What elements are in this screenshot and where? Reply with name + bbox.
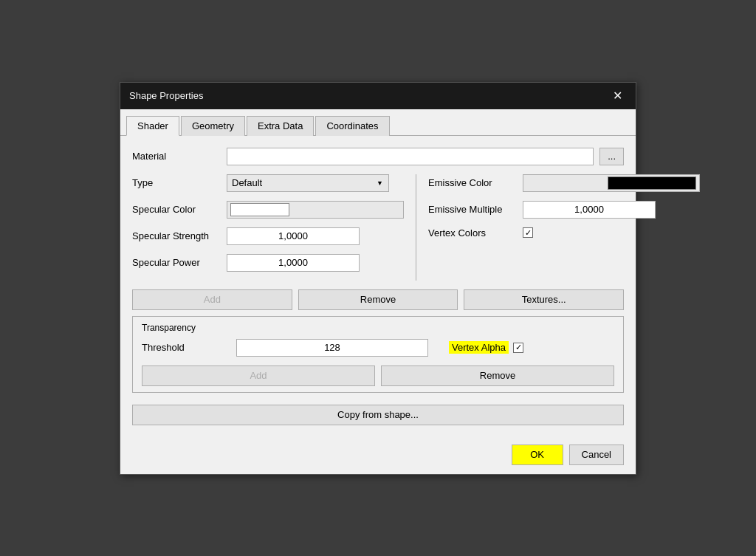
vertex-alpha-label: Vertex Alpha <box>449 341 509 354</box>
material-input[interactable] <box>227 148 594 165</box>
type-select[interactable]: Default Diffuse Specular <box>227 174 389 192</box>
title-bar: Shape Properties ✕ <box>120 83 636 109</box>
tab-shader[interactable]: Shader <box>126 116 179 136</box>
material-label: Material <box>132 151 221 162</box>
main-columns: Type Default Diffuse Specular Specular C… <box>132 174 624 281</box>
shader-action-row: Add Remove Textures... <box>132 289 624 310</box>
left-column: Type Default Diffuse Specular Specular C… <box>132 174 416 281</box>
transparency-title: Transparency <box>142 323 614 333</box>
add2-button[interactable]: Add <box>142 365 375 386</box>
specular-power-input[interactable] <box>227 254 360 272</box>
emissive-multiple-label: Emissive Multiple <box>428 204 517 215</box>
specular-power-label: Specular Power <box>132 257 221 268</box>
textures-button[interactable]: Textures... <box>464 289 624 310</box>
add-button[interactable]: Add <box>132 289 292 310</box>
specular-strength-row: Specular Strength <box>132 227 404 245</box>
browse-button[interactable]: ... <box>599 148 624 165</box>
remove2-button[interactable]: Remove <box>381 365 614 386</box>
vertex-colors-row: Vertex Colors ✓ <box>428 227 700 238</box>
type-select-wrapper: Default Diffuse Specular <box>227 174 389 192</box>
close-button[interactable]: ✕ <box>608 89 627 103</box>
emissive-color-box[interactable] <box>523 174 700 192</box>
tab-bar: Shader Geometry Extra Data Coordinates <box>120 109 636 136</box>
transparency-action-row: Add Remove <box>142 365 614 386</box>
emissive-color-label: Emissive Color <box>428 177 517 188</box>
type-label: Type <box>132 177 221 188</box>
specular-strength-input[interactable] <box>227 227 360 245</box>
threshold-label: Threshold <box>142 342 230 353</box>
tab-extra-data[interactable]: Extra Data <box>247 116 314 136</box>
vertex-alpha-area: Vertex Alpha ✓ <box>449 341 523 354</box>
dialog-title: Shape Properties <box>129 90 203 101</box>
remove-button[interactable]: Remove <box>298 289 458 310</box>
specular-power-row: Specular Power <box>132 254 404 272</box>
emissive-multiple-row: Emissive Multiple <box>428 201 700 219</box>
material-row: Material ... <box>132 148 624 165</box>
vertex-alpha-checkmark: ✓ <box>515 343 522 352</box>
ok-button[interactable]: OK <box>512 445 563 465</box>
tab-geometry[interactable]: Geometry <box>181 116 245 136</box>
vertex-alpha-checkbox[interactable]: ✓ <box>513 343 523 353</box>
emissive-color-row: Emissive Color <box>428 174 700 192</box>
vertex-colors-checkbox[interactable]: ✓ <box>523 227 533 238</box>
specular-color-box[interactable] <box>227 201 404 219</box>
vertex-colors-label: Vertex Colors <box>428 227 517 238</box>
specular-color-row: Specular Color <box>132 201 404 219</box>
specular-color-label: Specular Color <box>132 204 221 215</box>
shape-properties-dialog: Shape Properties ✕ Shader Geometry Extra… <box>120 82 636 475</box>
type-row: Type Default Diffuse Specular <box>132 174 404 192</box>
tab-coordinates[interactable]: Coordinates <box>315 116 389 136</box>
emissive-multiple-input[interactable] <box>523 201 656 219</box>
shader-content: Material ... Type Default Diffuse Specul… <box>120 136 636 437</box>
threshold-row: Threshold Vertex Alpha ✓ <box>142 339 614 357</box>
transparency-section: Transparency Threshold Vertex Alpha ✓ Ad… <box>132 316 624 393</box>
copy-from-shape-button[interactable]: Copy from shape... <box>132 405 624 425</box>
emissive-color-swatch <box>608 176 696 190</box>
specular-color-swatch <box>230 203 289 216</box>
footer: OK Cancel <box>120 437 636 474</box>
cancel-button[interactable]: Cancel <box>569 445 624 465</box>
threshold-input[interactable] <box>236 339 428 357</box>
specular-strength-label: Specular Strength <box>132 230 221 241</box>
vertex-colors-checkmark: ✓ <box>525 228 532 238</box>
right-column: Emissive Color Emissive Multiple Vertex … <box>428 174 700 281</box>
